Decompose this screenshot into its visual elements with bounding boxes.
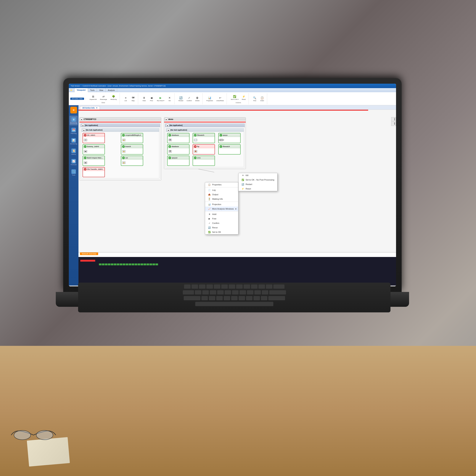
menu-item-hold[interactable]: ⏸ Hold bbox=[205, 212, 238, 216]
job-node-opsys2[interactable]: ✓ opsys2 bbox=[167, 156, 189, 166]
find-button[interactable]: 🔍 Find bbox=[251, 95, 258, 102]
job-node-file-transfer[interactable]: ✕ File Transfer_Job#1 bbox=[83, 167, 105, 177]
tab-tools[interactable]: Tools bbox=[88, 88, 97, 92]
menu-item-rerun[interactable]: 🔄 Rerun bbox=[205, 225, 238, 230]
key bbox=[216, 296, 223, 301]
projection-button[interactable]: 📊 Projection bbox=[205, 95, 214, 102]
tab-analysis[interactable]: Analysis bbox=[106, 88, 117, 92]
menu-item-waiting-info[interactable]: ⏳ Waiting Info bbox=[205, 197, 238, 201]
menu-item-free[interactable]: ▶ Free bbox=[205, 216, 238, 221]
ctm-collapse-btn[interactable]: ▲ bbox=[80, 118, 83, 120]
content-area: All Active Info ✕ A▲ A▼ bbox=[78, 105, 396, 286]
srv1-header: ✓ srv1 bbox=[193, 156, 215, 160]
sub-menu-item-kill[interactable]: ✕ Kill bbox=[238, 173, 277, 178]
g13 bbox=[135, 263, 137, 265]
demo-sub-collapse[interactable]: ▲ bbox=[167, 129, 170, 131]
monitoring2-label: Monitoring bbox=[70, 143, 77, 145]
job-node-branch[interactable]: ✓ branch 🔒 bbox=[121, 144, 143, 154]
opsys-status: ✓ bbox=[220, 134, 222, 136]
sidebar-item-monitoring[interactable]: 🖥 Monitoring bbox=[69, 116, 78, 125]
job-node-ftp[interactable]: ✕ ftp 📤 bbox=[193, 144, 215, 154]
restart-button[interactable]: 🔄 Restart bbox=[177, 95, 185, 102]
key bbox=[238, 296, 245, 301]
job-node-filewatch2[interactable]: ✓ filewatch bbox=[218, 144, 241, 154]
menu-item-confirm[interactable]: ✓ Confirm bbox=[205, 221, 238, 225]
job-node-batch-impact[interactable]: ✓ Batch Impact Manag... ▬ bbox=[83, 156, 105, 166]
mini-map bbox=[78, 257, 396, 286]
key bbox=[195, 290, 201, 295]
menu-item-output[interactable]: 📤 Output bbox=[205, 192, 238, 197]
restart-sub-icon: 🔄 bbox=[241, 183, 244, 186]
tab-file[interactable]: 📁 bbox=[69, 88, 75, 92]
react-button[interactable]: ⚡ React bbox=[240, 94, 247, 101]
tab-viewpoint[interactable]: Viewpoint bbox=[75, 88, 88, 92]
g19 bbox=[153, 263, 155, 265]
branch-icon: 🔒 bbox=[122, 150, 125, 153]
no-app-collapse[interactable]: ▲ bbox=[82, 124, 84, 127]
job-node-os-job1[interactable]: ✕ OS_Job#1 d bbox=[83, 133, 105, 143]
demo-no-app-collapse[interactable]: ▲ bbox=[166, 124, 169, 127]
sidebar-item-forecast[interactable]: 📈 Forecast bbox=[69, 157, 78, 167]
os-job1-status: ✕ bbox=[84, 134, 86, 136]
tab-all-active-info[interactable]: All Active Info ✕ bbox=[80, 106, 100, 110]
set-to-ok-ribbon-button[interactable]: ✅ Set to OK ▾ bbox=[229, 94, 240, 101]
sub-menu-item-react[interactable]: ⚡ React bbox=[238, 187, 277, 191]
ribbon-group-set-ok: ✅ Set to OK ▾ ⚡ React Actions bbox=[228, 93, 249, 104]
keyboard-rows bbox=[80, 285, 389, 310]
job-node-filewatch[interactable]: ✓ filewatch 📄 bbox=[193, 133, 215, 143]
hold-button[interactable]: ⏸ Hold bbox=[141, 95, 147, 102]
job-node-database2[interactable]: ✓ database 🗄 bbox=[167, 144, 189, 154]
menu-item-log[interactable]: 📄 Log bbox=[205, 188, 238, 192]
demo-collapse-btn[interactable]: ▲ bbox=[165, 118, 168, 120]
job-node-database[interactable]: ✓ database 🗄 bbox=[167, 133, 189, 143]
sub-menu-item-set-ok-no-post[interactable]: ✅ Set to OK - No Post Processing bbox=[238, 178, 277, 182]
undoredo-button[interactable]: ↩ Undo/Redo bbox=[215, 95, 225, 102]
tab-close-icon[interactable]: ✕ bbox=[96, 107, 97, 109]
map-button[interactable]: 🗺 Map bbox=[130, 95, 136, 102]
g5 bbox=[111, 263, 113, 265]
app-logo: M bbox=[70, 107, 77, 113]
confirm-button[interactable]: ✓ Confirm bbox=[185, 95, 193, 102]
filewatch2-body bbox=[219, 148, 240, 153]
menu-item-properties[interactable]: 📋 Properties bbox=[205, 182, 238, 187]
run-now-button[interactable]: ▶ Run Now ▾ bbox=[156, 95, 166, 102]
file-transfer-name: File Transfer_Job#1 bbox=[87, 168, 103, 170]
network-overview-tab[interactable]: Network Overview bbox=[80, 253, 98, 255]
list-button[interactable]: ≡ List bbox=[122, 95, 129, 102]
no-sub-collapse[interactable]: ▲ bbox=[83, 129, 85, 131]
menu-sep-3 bbox=[205, 211, 238, 212]
expand-icon: ⊞ bbox=[91, 94, 95, 99]
key bbox=[202, 290, 209, 295]
opsys-icon: scrpt1.bat bbox=[220, 139, 223, 141]
filewatch-header: ✓ filewatch bbox=[193, 133, 215, 137]
menu-item-set-to-ok[interactable]: ✅ Set to OK bbox=[205, 230, 238, 234]
menu-item-projection[interactable]: 📊 Projection bbox=[205, 202, 238, 206]
order-button[interactable]: 📋 Order bbox=[259, 95, 266, 102]
job-node-dummy-job3[interactable]: ✓ Dummy_Job#3 ▬ bbox=[83, 144, 105, 154]
job-node-opsys[interactable]: ✓ opsys scrpt1.bat bbox=[218, 133, 241, 143]
expand-all-button[interactable]: ⊞ Expand All bbox=[88, 94, 98, 101]
ribbon-group-actions: ⏸ Hold ◀ Prev ▶ Run Now ▾ bbox=[139, 93, 175, 104]
job-node-srv1[interactable]: ✓ srv1 bbox=[193, 156, 215, 166]
app-frame: Trial Version — Control-M Workload Autom… bbox=[69, 84, 396, 286]
tab-view[interactable]: View bbox=[97, 88, 106, 92]
sidebar-item-monitoring2[interactable]: 📊 Monitoring bbox=[69, 136, 78, 146]
rearrange-button[interactable]: ⇄ Rearrange bbox=[99, 94, 108, 101]
g1 bbox=[99, 263, 102, 265]
restart-icon: 🔄 bbox=[179, 96, 183, 100]
sidebar-item-tools[interactable]: 🔧 Tools bbox=[69, 168, 78, 177]
svg-point-8 bbox=[14, 430, 31, 440]
kill-button[interactable]: ✕ Kill bbox=[166, 95, 173, 102]
sidebar-item-history[interactable]: 📜 History bbox=[69, 147, 78, 156]
job-node-billing-sla[interactable]: ✓ AcquiredBillingSLA 🔒 bbox=[121, 133, 143, 143]
prev-button[interactable]: ◀ Prev bbox=[148, 95, 155, 102]
batch-impact-icon: ▬ bbox=[84, 161, 87, 164]
sub-menu-item-restart[interactable]: 🔄 Restart bbox=[238, 182, 277, 187]
job-node-cat[interactable]: ✓ cat 🔒 bbox=[121, 156, 143, 166]
menu-item-more-analysis[interactable]: 📈 More Analysis Windows bbox=[205, 206, 238, 211]
hierarchy-button[interactable]: 🌳 Hierarchy bbox=[109, 94, 118, 101]
sidebar-item-planning[interactable]: 📅 Planning bbox=[69, 126, 78, 136]
monitoring2-icon: 📊 bbox=[71, 138, 76, 143]
server-ctm-container: ▲ CTMSEMFY13 ▲ bbox=[79, 117, 161, 180]
delete-button[interactable]: 🗑 Delete bbox=[194, 95, 201, 102]
